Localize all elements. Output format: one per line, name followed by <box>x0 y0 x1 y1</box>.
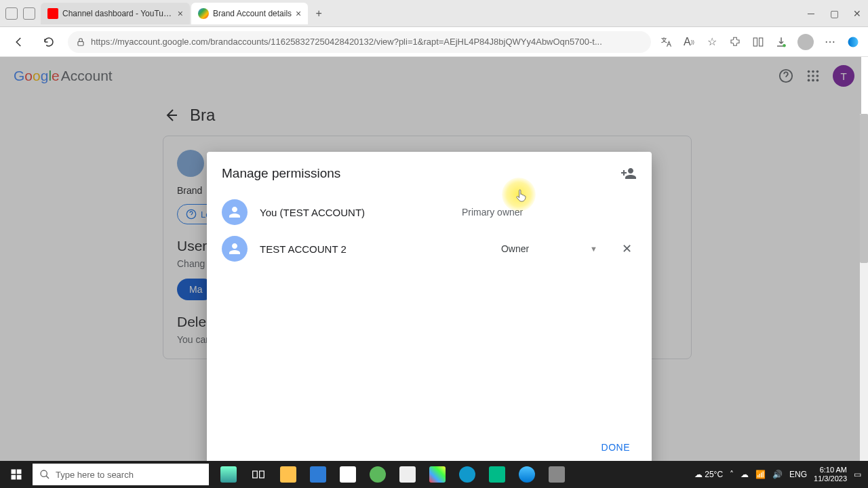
vertical-scrollbar[interactable] <box>860 114 868 461</box>
wifi-icon[interactable]: 📶 <box>755 470 766 479</box>
url-text: https://myaccount.google.com/brandaccoun… <box>91 37 602 47</box>
svg-rect-2 <box>760 38 763 46</box>
permission-user-name: You (TEST ACCOUNT) <box>260 207 450 218</box>
svg-rect-21 <box>253 471 258 478</box>
browser-tab-youtube[interactable]: Channel dashboard - YouTube St × <box>41 3 190 24</box>
address-bar[interactable]: https://myaccount.google.com/brandaccoun… <box>68 31 651 53</box>
permission-role-label: Owner <box>501 243 529 254</box>
remove-user-button[interactable]: ✕ <box>616 241 637 256</box>
person-avatar-icon <box>222 199 248 225</box>
window-minimize-button[interactable]: ─ <box>806 8 816 19</box>
svg-point-20 <box>41 470 47 476</box>
photos-icon[interactable] <box>423 461 452 488</box>
role-dropdown[interactable]: Owner ▼ <box>501 243 597 254</box>
search-placeholder: Type here to search <box>56 470 134 480</box>
svg-rect-19 <box>17 475 22 480</box>
search-icon <box>39 469 50 480</box>
svg-rect-16 <box>12 470 16 474</box>
more-menu-icon[interactable]: ⋯ <box>823 35 837 49</box>
person-avatar-icon <box>222 236 248 262</box>
clock[interactable]: 6:10 AM 11/3/2023 <box>814 466 847 483</box>
collections-icon[interactable] <box>751 35 765 49</box>
task-view-icon[interactable] <box>244 461 273 488</box>
audacity-icon[interactable] <box>453 461 481 488</box>
svg-rect-0 <box>78 41 83 45</box>
svg-point-4 <box>848 37 859 47</box>
modal-title: Manage permissions <box>222 166 340 181</box>
windows-taskbar: Type here to search ☁ 25°C ˄ ☁ 📶 🔊 ENG 6… <box>0 461 868 488</box>
svg-rect-17 <box>17 470 22 474</box>
onedrive-icon[interactable]: ☁ <box>741 470 749 479</box>
scrollbar-thumb[interactable] <box>860 114 868 263</box>
tab-title: Channel dashboard - YouTube St <box>62 9 174 18</box>
tab-close-icon[interactable]: × <box>178 8 183 19</box>
app-icon[interactable] <box>542 461 571 488</box>
taskbar-app-icon[interactable] <box>214 461 243 488</box>
browser-tab-google-account[interactable]: Brand Account details × <box>191 3 308 24</box>
language-indicator[interactable]: ENG <box>789 470 807 479</box>
sidebar-toggle-icon[interactable] <box>5 7 18 20</box>
store-icon[interactable] <box>304 461 332 488</box>
downloads-icon[interactable] <box>774 35 788 49</box>
start-button[interactable] <box>1 461 31 488</box>
youtube-favicon-icon <box>47 8 58 19</box>
chevron-down-icon: ▼ <box>590 245 597 253</box>
taskbar-search[interactable]: Type here to search <box>33 464 209 485</box>
refresh-button[interactable] <box>38 31 60 53</box>
svg-rect-22 <box>260 471 264 478</box>
permission-role-label: Primary owner <box>462 207 523 218</box>
app-icon[interactable] <box>363 461 392 488</box>
translate-icon[interactable] <box>659 35 673 49</box>
page-content: GoogleAccount T Bra Brand Le User Chang … <box>0 57 868 488</box>
svg-rect-18 <box>12 475 16 480</box>
edge-icon[interactable] <box>513 461 541 488</box>
browser-tab-strip: Channel dashboard - YouTube St × Brand A… <box>0 0 868 27</box>
manage-permissions-modal: Manage permissions You (TEST ACCOUNT) Pr… <box>207 152 652 470</box>
permission-user-name: TEST ACCOUNT 2 <box>260 243 450 255</box>
window-maximize-button[interactable]: ▢ <box>829 8 840 19</box>
extensions-icon[interactable] <box>728 35 742 49</box>
file-explorer-icon[interactable] <box>274 461 302 488</box>
browser-nav-bar: https://myaccount.google.com/brandaccoun… <box>0 27 868 57</box>
google-favicon-icon <box>198 8 209 19</box>
mail-icon[interactable] <box>334 461 362 488</box>
permission-row: You (TEST ACCOUNT) Primary owner <box>222 194 637 230</box>
weather-widget[interactable]: ☁ 25°C <box>694 470 723 479</box>
lock-icon <box>76 37 85 47</box>
permission-row: TEST ACCOUNT 2 Owner ▼ ✕ <box>222 230 637 267</box>
add-person-icon[interactable] <box>620 165 637 182</box>
new-tab-button[interactable]: + <box>309 4 328 23</box>
tray-chevron-icon[interactable]: ˄ <box>730 470 734 479</box>
copilot-icon[interactable] <box>846 35 860 49</box>
volume-icon[interactable]: 🔊 <box>772 470 783 479</box>
favorite-icon[interactable]: ☆ <box>705 35 719 49</box>
paint-icon[interactable] <box>393 461 422 488</box>
back-button[interactable] <box>8 31 30 53</box>
notifications-icon[interactable]: ▭ <box>854 470 861 479</box>
tabs-overview-icon[interactable] <box>23 7 35 20</box>
svg-rect-1 <box>753 38 757 46</box>
tab-close-icon[interactable]: × <box>296 8 301 19</box>
read-aloud-icon[interactable]: A)) <box>682 35 696 49</box>
done-button[interactable]: DONE <box>595 436 637 458</box>
browser-profile-icon[interactable] <box>797 34 814 50</box>
window-close-button[interactable]: ✕ <box>852 8 863 19</box>
app-icon[interactable] <box>483 461 511 488</box>
svg-point-3 <box>783 44 786 47</box>
tab-title: Brand Account details <box>213 9 292 18</box>
